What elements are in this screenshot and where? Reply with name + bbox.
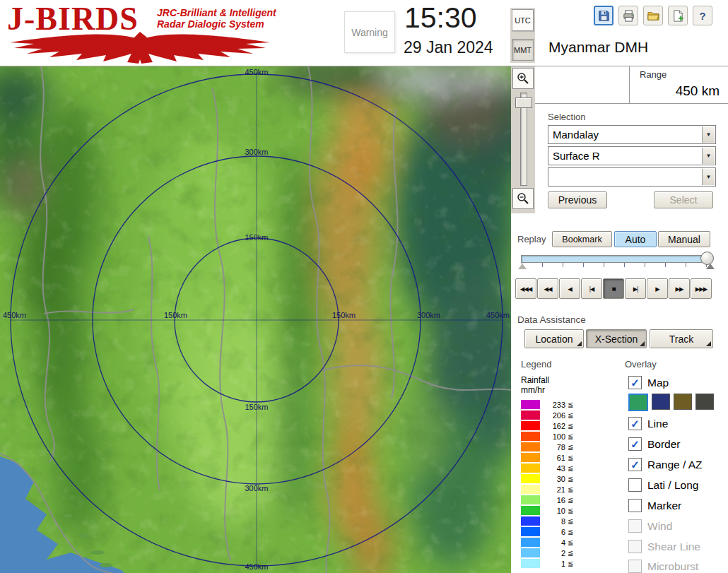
- check-icon: ✓: [630, 439, 640, 449]
- bookmark-button[interactable]: Bookmark: [552, 231, 612, 247]
- legend-row: 61≦: [521, 452, 573, 463]
- fast-forward-button[interactable]: ▶▶: [669, 278, 690, 299]
- zoom-in-icon: [516, 71, 530, 85]
- corner-arrow-icon: [640, 341, 645, 346]
- jump-end-button[interactable]: ▶▶▶: [691, 278, 712, 299]
- location-button[interactable]: Location: [524, 329, 584, 348]
- previous-button[interactable]: Previous: [548, 191, 607, 208]
- range-label: 450km: [245, 562, 268, 571]
- range-label: 150km: [245, 403, 268, 411]
- radar-map[interactable]: 450km 300km 150km 150km 300km 450km 450k…: [0, 66, 511, 573]
- overlay-item-border[interactable]: ✓ Border: [628, 437, 681, 451]
- product-dropdown-value: Surface R: [553, 150, 600, 162]
- auto-button[interactable]: Auto: [614, 231, 657, 247]
- map-style-swatch[interactable]: [652, 394, 670, 410]
- legend-color-swatch: [521, 400, 540, 409]
- legend-label: Legend: [521, 359, 551, 370]
- warning-panel[interactable]: Warning: [344, 11, 395, 53]
- legend-row: 162≦: [521, 420, 573, 431]
- timeline-start-marker[interactable]: [518, 264, 527, 269]
- option-dropdown[interactable]: ▼: [548, 167, 716, 187]
- chevron-down-icon[interactable]: ▼: [702, 148, 715, 164]
- track-button[interactable]: Track: [650, 329, 713, 348]
- legend-color-swatch: [521, 453, 540, 462]
- manual-button[interactable]: Manual: [658, 231, 710, 247]
- corner-arrow-icon: [577, 341, 582, 346]
- legend-color-swatch: [521, 463, 540, 473]
- divider: [535, 103, 728, 104]
- logo-tagline: JRC-Brilliant & Intelligent Radar Dialog…: [157, 7, 276, 30]
- rainfall-legend: 233≦ 206≦ 162≦ 100≦ 78≦ 61≦ 43≦ 30≦ 21≦ …: [521, 399, 573, 569]
- export-button[interactable]: [668, 6, 688, 25]
- zoom-out-icon: [516, 191, 530, 206]
- range-label: 450km: [3, 311, 26, 319]
- overlay-item-lati-long[interactable]: Lati / Long: [628, 478, 698, 492]
- chevron-down-icon[interactable]: ▼: [702, 126, 715, 143]
- export-icon: [671, 9, 685, 23]
- play-button[interactable]: ▶: [647, 278, 668, 299]
- terrain-map[interactable]: 450km 300km 150km 150km 300km 450km 450k…: [0, 66, 511, 573]
- zoom-in-button[interactable]: [512, 68, 534, 89]
- range-label: 300km: [417, 311, 440, 319]
- data-assistance-label: Data Assistance: [517, 314, 586, 325]
- checkbox-range-az[interactable]: ✓: [628, 458, 642, 471]
- legend-row: 233≦: [521, 399, 573, 410]
- overlay-item-range-az[interactable]: ✓ Range / AZ: [628, 458, 703, 471]
- overlay-item-marker[interactable]: Marker: [628, 499, 681, 512]
- legend-row: 2≦: [521, 548, 573, 558]
- mmt-button[interactable]: MMT: [512, 39, 534, 61]
- chevron-down-icon[interactable]: ▼: [702, 169, 715, 185]
- selection-label: Selection: [548, 112, 585, 122]
- product-dropdown[interactable]: Surface R ▼: [548, 146, 716, 165]
- site-dropdown-value: Mandalay: [553, 129, 599, 141]
- step-forward-button[interactable]: ▶|: [625, 278, 646, 299]
- timeline-handle[interactable]: [700, 252, 714, 265]
- timeline-ticks: [522, 263, 707, 267]
- save-button[interactable]: [594, 6, 613, 25]
- overlay-item-wind: Wind: [628, 519, 672, 533]
- jump-start-button[interactable]: ◀◀◀: [515, 278, 536, 299]
- checkbox-border[interactable]: ✓: [628, 437, 642, 451]
- x-section-label: X-Section: [595, 333, 638, 345]
- checkbox-lati-long[interactable]: [628, 478, 642, 492]
- fast-rewind-button[interactable]: ◀◀: [537, 278, 558, 299]
- range-display: Range 450 km: [629, 66, 728, 103]
- map-style-swatch[interactable]: [674, 394, 692, 410]
- legend-row: 16≦: [521, 495, 573, 505]
- help-button[interactable]: ?: [693, 6, 712, 25]
- control-panel: Range 450 km Selection Mandalay ▼ Surfac…: [511, 66, 728, 573]
- step-back-button[interactable]: |◀: [581, 278, 602, 299]
- map-style-swatch[interactable]: [695, 394, 714, 410]
- map-style-swatch[interactable]: [628, 394, 648, 411]
- checkbox-shear-line: [628, 540, 642, 553]
- zoom-slider-handle[interactable]: [515, 98, 532, 108]
- legend-row: 43≦: [521, 463, 573, 473]
- eagle-icon: [6, 31, 274, 64]
- site-dropdown[interactable]: Mandalay ▼: [548, 125, 716, 144]
- logo-tagline-2: Radar Dialogic System: [157, 18, 276, 30]
- select-button[interactable]: Select: [654, 191, 713, 208]
- legend-color-swatch: [521, 516, 540, 526]
- legend-unit-line1: Rainfall: [521, 375, 549, 385]
- warning-label: Warning: [351, 27, 388, 38]
- stop-button[interactable]: ■: [603, 278, 624, 299]
- legend-row: 78≦: [521, 442, 573, 452]
- overlay-item-map[interactable]: ✓ Map: [628, 376, 669, 389]
- floppy-icon: [597, 9, 611, 23]
- play-back-button[interactable]: ◀: [559, 278, 580, 299]
- checkbox-marker[interactable]: [628, 499, 642, 512]
- open-button[interactable]: [643, 6, 663, 25]
- legend-color-swatch: [521, 495, 540, 504]
- legend-color-swatch: [521, 421, 540, 430]
- overlay-item-line[interactable]: ✓ Line: [628, 417, 668, 430]
- legend-color-swatch: [521, 442, 540, 451]
- print-button[interactable]: [618, 6, 638, 25]
- x-section-button[interactable]: X-Section: [586, 329, 647, 348]
- checkbox-map[interactable]: ✓: [628, 376, 642, 389]
- checkbox-line[interactable]: ✓: [628, 417, 642, 430]
- zoom-out-button[interactable]: [512, 188, 534, 209]
- utc-button[interactable]: UTC: [512, 9, 534, 31]
- timeline-track[interactable]: [521, 255, 708, 263]
- legend-row: 100≦: [521, 431, 573, 442]
- printer-icon: [622, 9, 635, 23]
